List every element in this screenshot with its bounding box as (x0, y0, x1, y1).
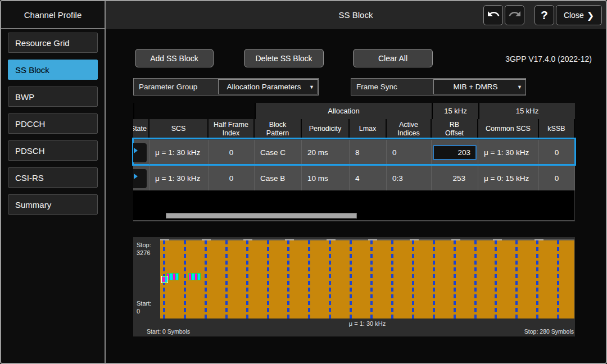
kssb-cell[interactable]: 0 (539, 166, 575, 190)
y-axis-start-label: Start:0 (137, 300, 151, 316)
col-header-active-indices: Active Indices (387, 119, 432, 139)
block-pattern-cell[interactable]: Case B (255, 166, 302, 190)
state-dropdown[interactable] (133, 143, 147, 162)
undo-button[interactable] (483, 5, 503, 25)
slot-boundary-line (350, 240, 352, 319)
common-scs-cell[interactable]: μ = 0: 15 kHz (478, 166, 539, 190)
slot-boundary-line (184, 240, 186, 319)
slot-boundary-line (329, 240, 331, 319)
lmax-cell[interactable]: 8 (350, 140, 387, 165)
add-ss-block-button[interactable]: Add SS Block (135, 49, 214, 67)
parameter-group-dropdown[interactable]: Allocation Parameters ▼ (218, 79, 318, 94)
slot-boundary-line (433, 240, 435, 319)
sidebar-item-pdsch[interactable]: PDSCH (8, 140, 98, 161)
block-pattern-cell[interactable]: Case C (255, 140, 302, 165)
slot-boundary-line (412, 240, 414, 319)
slot-boundary-line (391, 240, 393, 319)
slot-boundary-line (370, 240, 373, 319)
col-header-lmax: Lmax (350, 119, 387, 139)
table-row[interactable]: μ = 1: 30 kHz 0 Case B 10 ms 4 0:3 253 μ… (133, 165, 575, 190)
sidebar-item-bwp[interactable]: BWP (8, 87, 98, 107)
state-dropdown-icon (134, 148, 138, 153)
frame-sync-dropdown[interactable]: MIB + DMRS ▼ (433, 79, 526, 94)
col-header-half-frame-index: Half Frame Index (209, 119, 255, 139)
half-frame-index-cell[interactable]: 0 (209, 140, 255, 165)
slot-boundary-line (225, 240, 228, 319)
group-header-allocation: Allocation (255, 103, 432, 119)
scs-cell[interactable]: μ = 1: 30 kHz (150, 140, 209, 165)
sidebar: Channel Profile Resource Grid SS Block B… (1, 1, 106, 363)
sidebar-item-ss-block[interactable]: SS Block (8, 60, 98, 80)
resource-plot[interactable] (160, 240, 574, 319)
y-axis-stop-label: Stop:3276 (137, 242, 151, 257)
state-cell[interactable] (133, 166, 150, 190)
undo-icon (487, 7, 500, 23)
ss-block-table: Allocation 15 kHz 15 kHz State SCS Half … (133, 103, 575, 190)
3gpp-version-label: 3GPP V17.4.0 (2022-12) (505, 54, 592, 63)
sidebar-item-summary[interactable]: Summary (8, 194, 98, 215)
sidebar-item-list: Resource Grid SS Block BWP PDCCH PDSCH C… (1, 29, 105, 215)
x-axis-stop-label: Stop: 280 Symbols (524, 328, 574, 335)
rb-offset-input[interactable]: 203 (433, 145, 477, 160)
slot-boundary-line (308, 240, 310, 319)
col-header-kssb: kSSB (539, 119, 575, 139)
sidebar-item-csi-rs[interactable]: CSI-RS (8, 167, 98, 188)
lmax-cell[interactable]: 4 (350, 166, 387, 190)
slot-boundary-line (287, 240, 289, 319)
slot-boundary-line (495, 240, 497, 319)
slot-boundary-line (557, 240, 559, 319)
ssb-burst-block[interactable] (188, 273, 201, 280)
group-header-common-unit: 15 kHz (478, 103, 575, 119)
horizontal-scrollbar-thumb[interactable] (166, 213, 357, 219)
table-row[interactable]: μ = 1: 30 kHz 0 Case C 20 ms 8 0 203 μ =… (133, 139, 575, 165)
rb-offset-cell[interactable]: 253 (432, 166, 478, 190)
col-header-common-scs: Common SCS (478, 119, 539, 139)
active-indices-cell[interactable]: 0:3 (387, 166, 432, 190)
col-header-state: State (133, 119, 150, 139)
help-icon: ? (541, 8, 548, 22)
ssb-burst-block[interactable] (166, 273, 179, 280)
state-dropdown-icon (134, 174, 138, 179)
periodicity-cell[interactable]: 20 ms (302, 140, 350, 165)
numerology-label: μ = 1: 30 kHz (160, 320, 574, 327)
col-header-scs: SCS (150, 119, 209, 139)
dropdown-arrow-icon: ▼ (309, 84, 318, 90)
col-header-block-pattern: Block Pattern (255, 119, 302, 139)
x-axis-start-label: Start: 0 Symbols (147, 328, 190, 335)
parameter-group-label: Parameter Group (134, 83, 197, 91)
sidebar-item-resource-grid[interactable]: Resource Grid (8, 33, 98, 53)
periodicity-cell[interactable]: 10 ms (302, 166, 350, 190)
page-title: SS Block (106, 10, 606, 20)
slot-boundary-line (474, 240, 477, 319)
table-group-header-row: Allocation 15 kHz 15 kHz (133, 103, 575, 119)
kssb-cell[interactable]: 0 (539, 140, 575, 165)
help-button[interactable]: ? (534, 5, 554, 25)
half-frame-index-cell[interactable]: 0 (209, 166, 255, 190)
redo-icon (508, 7, 522, 23)
state-dropdown[interactable] (133, 169, 147, 188)
clear-all-button[interactable]: Clear All (353, 49, 433, 67)
ssb-selected-block[interactable] (161, 276, 168, 283)
chevron-right-icon: ❯ (587, 10, 594, 21)
parameter-group-box: Parameter Group Allocation Parameters ▼ (133, 78, 319, 95)
frame-sync-label: Frame Sync (351, 83, 397, 91)
frame-sync-box: Frame Sync MIB + DMRS ▼ (351, 78, 526, 95)
slot-boundary-line (267, 240, 269, 319)
redo-button[interactable] (505, 5, 524, 25)
dropdown-arrow-icon: ▼ (517, 84, 526, 90)
common-scs-cell[interactable]: μ = 1: 30 kHz (478, 140, 539, 165)
state-cell[interactable] (133, 140, 150, 165)
delete-ss-block-button[interactable]: Delete SS Block (244, 49, 324, 67)
top-bar: SS Block ? Close❯ (106, 1, 606, 29)
app-window: Channel Profile Resource Grid SS Block B… (0, 0, 607, 364)
slot-boundary-line (515, 240, 518, 319)
close-button[interactable]: Close❯ (556, 5, 602, 25)
sidebar-title: Channel Profile (1, 1, 105, 29)
group-header-rb-offset-unit: 15 kHz (432, 103, 478, 119)
sidebar-item-pdcch[interactable]: PDCCH (8, 113, 98, 134)
active-indices-cell[interactable]: 0 (387, 140, 432, 165)
rb-offset-cell: 203 (432, 140, 478, 165)
col-header-rb-offset: RB Offset (432, 119, 478, 139)
table-header-row: State SCS Half Frame Index Block Pattern… (133, 119, 575, 139)
scs-cell[interactable]: μ = 1: 30 kHz (150, 166, 209, 190)
